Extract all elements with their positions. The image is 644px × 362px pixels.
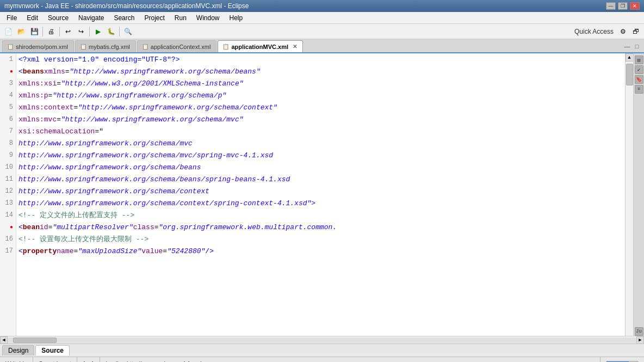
line-num-5: 5 <box>0 101 16 113</box>
menu-item-project[interactable]: Project <box>140 13 169 23</box>
menu-item-window[interactable]: Window <box>192 13 224 23</box>
tabbar-minimize[interactable]: — <box>622 41 632 51</box>
tab-icon-mybatis: 📋 <box>80 44 86 50</box>
xml-text: = <box>57 115 61 124</box>
tab-label-pom: shirodemo/pom.xml <box>16 44 68 50</box>
xml-text: = <box>65 68 70 76</box>
xml-value: "http://www.springframework.org/schema/b… <box>70 68 261 76</box>
restore-button[interactable]: ❐ <box>618 2 628 10</box>
bookmark-icon[interactable]: 🔖 <box>635 75 643 84</box>
open-button[interactable]: 📂 <box>15 26 27 38</box>
xml-tag: beans <box>23 68 44 76</box>
line-num-11: 11 <box>0 173 16 185</box>
bottom-tab-source[interactable]: Source <box>35 345 70 355</box>
xml-value: http://www.springframework.org/schema/be… <box>18 175 290 183</box>
scroll-left-arrow[interactable]: ◀ <box>0 336 8 344</box>
xml-attr: class <box>133 223 154 231</box>
xml-bracket: < <box>18 223 23 231</box>
xml-attr: xmlns:context <box>18 103 73 112</box>
menu-item-navigate[interactable]: Navigate <box>74 13 108 23</box>
code-area[interactable]: <?xml version="1.0" encoding="UTF-8"?><b… <box>16 53 625 336</box>
tab-appmvc[interactable]: 📋applicationMVC.xml✕ <box>218 40 303 52</box>
xml-attr: xmlns:mvc <box>18 115 57 124</box>
tabbar: 📋shirodemo/pom.xml📋mybatis.cfg.xml📋appli… <box>0 39 644 53</box>
code-line-2: <beans xmlns="http://www.springframework… <box>18 65 623 77</box>
quick-access-button[interactable]: ⚙ <box>617 26 629 38</box>
toolbar-separator-1 <box>42 27 43 36</box>
tab-pom[interactable]: 📋shirodemo/pom.xml <box>2 40 74 52</box>
menu-item-run[interactable]: Run <box>170 13 191 23</box>
horizontal-scrollbar[interactable]: ◀ ▶ <box>0 336 644 343</box>
quick-access-label: Quick Access <box>574 28 614 35</box>
xml-attr: value <box>141 247 163 255</box>
tab-close-appmvc[interactable]: ✕ <box>293 44 297 50</box>
line-num-9: 9 <box>0 149 16 161</box>
menu-item-edit[interactable]: Edit <box>22 13 42 23</box>
xml-bracket: < <box>18 247 23 255</box>
tab-appctx[interactable]: 📋applicationContext.xml <box>137 40 217 52</box>
code-line-3: xmlns:xsi="http://www.w3.org/2001/XMLSch… <box>18 77 623 89</box>
line-num-17: 17 <box>0 245 16 257</box>
menu-item-search[interactable]: Search <box>109 13 139 23</box>
xml-value: "http://www.springframework.org/schema/p… <box>52 91 226 100</box>
toolbar-separator-2 <box>59 27 60 36</box>
save-button[interactable]: 💾 <box>28 26 40 38</box>
xml-attr: xmlns:xsi <box>18 79 57 88</box>
undo-button[interactable]: ↩ <box>62 26 74 38</box>
close-button[interactable]: ✕ <box>630 2 640 10</box>
line-num-8: 8 <box>0 137 16 149</box>
statusbar: Writable Smart Insert 1 : 1 loading http… <box>0 357 644 362</box>
scroll-right-arrow[interactable]: ▶ <box>636 336 644 344</box>
tab-icon-appmvc: 📋 <box>222 44 229 50</box>
new-button[interactable]: 📄 <box>2 26 14 38</box>
xml-attr: xmlns:p <box>18 91 48 100</box>
hscroll-track[interactable] <box>8 338 636 343</box>
xml-text: = <box>73 247 78 255</box>
tab-label-appctx: applicationContext.xml <box>151 44 211 50</box>
xml-value: "maxUploadSize" <box>78 247 141 255</box>
line-num-12: 12 <box>0 185 16 197</box>
xml-comment: <!-- 定义文件的上传配置支持 --> <box>18 210 134 220</box>
xml-text: = <box>73 103 78 112</box>
line-num-2: ● <box>0 65 16 77</box>
search-button[interactable]: 🔍 <box>122 26 134 38</box>
editor-container: 1●34567891011121314●1617 <?xml version="… <box>0 53 644 336</box>
menubar: FileEditSourceNavigateSearchProjectRunWi… <box>0 12 644 24</box>
vertical-scrollbar[interactable]: ▲ <box>625 53 633 336</box>
code-line-7: xsi:schemaLocation=" <box>18 125 623 137</box>
xml-text: =" <box>95 127 103 136</box>
menu-item-help[interactable]: Help <box>225 13 247 23</box>
xml-text: = <box>163 247 167 255</box>
line-num-10: 10 <box>0 161 16 173</box>
print-button[interactable]: 🖨 <box>45 26 57 38</box>
overview-ruler[interactable]: ▤ <box>635 56 643 64</box>
line-num-3: 3 <box>0 77 16 89</box>
perspective-button[interactable]: 🗗 <box>630 26 642 38</box>
task-icon[interactable]: ✔ <box>635 65 643 74</box>
help-icon[interactable]: Ju <box>635 327 643 336</box>
xml-text: = <box>57 79 61 88</box>
xml-attr: id <box>40 223 48 231</box>
scroll-up-arrow[interactable]: ▲ <box>626 53 634 62</box>
hscroll-thumb[interactable] <box>13 338 57 343</box>
line-num-16: 16 <box>0 233 16 245</box>
tab-mybatis[interactable]: 📋mybatis.cfg.xml <box>75 40 136 52</box>
tab-label-appmvc: applicationMVC.xml <box>231 44 288 50</box>
bottom-tab-design[interactable]: Design <box>2 345 34 355</box>
debug-button[interactable]: 🐛 <box>105 26 117 38</box>
code-line-14: <!-- 定义文件的上传配置支持 --> <box>18 209 623 221</box>
outline-icon[interactable]: ≡ <box>635 85 643 94</box>
menu-item-file[interactable]: File <box>2 13 21 23</box>
xml-tag: property <box>23 247 57 255</box>
xml-value: "http://www.springframework.org/schema/c… <box>78 103 277 112</box>
run-button[interactable]: ▶ <box>92 26 104 38</box>
tabbar-maximize[interactable]: □ <box>632 41 642 51</box>
menu-item-source[interactable]: Source <box>44 13 73 23</box>
minimize-button[interactable]: — <box>606 2 616 10</box>
code-line-10: http://www.springframework.org/schema/be… <box>18 161 623 173</box>
code-line-12: http://www.springframework.org/schema/co… <box>18 185 623 197</box>
code-line-1: <?xml version="1.0" encoding="UTF-8"?> <box>18 53 623 65</box>
redo-button[interactable]: ↪ <box>75 26 87 38</box>
xml-attr: name <box>57 247 73 255</box>
scroll-thumb[interactable] <box>626 64 633 85</box>
